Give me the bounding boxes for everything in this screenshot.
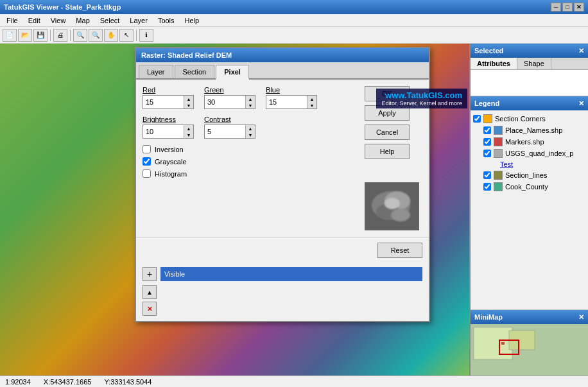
- status-x: X:543437.1665: [44, 378, 92, 386]
- menu-file[interactable]: File: [3, 15, 22, 26]
- dialog-title-text: Raster: Shaded Relief DEM: [141, 51, 232, 59]
- brightness-contrast-row: Brightness ▲ ▼ Contrast: [143, 116, 358, 139]
- contrast-spin-up[interactable]: ▲: [246, 125, 255, 132]
- green-spin-up[interactable]: ▲: [246, 96, 255, 102]
- menu-map[interactable]: Map: [72, 15, 93, 26]
- selected-content: [471, 70, 588, 96]
- layer-ctrl-row-1: ▲: [143, 285, 422, 299]
- list-item: USGS_quad_index_p: [481, 148, 588, 159]
- blue-spin-up[interactable]: ▲: [307, 96, 316, 102]
- menu-select[interactable]: Select: [96, 15, 124, 26]
- brightness-spin-up[interactable]: ▲: [184, 125, 193, 132]
- contrast-spin: ▲ ▼: [245, 125, 255, 138]
- green-field-group: Green ▲ ▼: [204, 86, 255, 109]
- legend-section-corners-label: Section Corners: [495, 115, 546, 123]
- legend-section: Legend ✕ Section Corners Place_Names.shp…: [471, 96, 588, 309]
- legend-place-names-checkbox[interactable]: [483, 126, 491, 134]
- legend-section-corners-color: [483, 114, 492, 123]
- dialog-tab-section[interactable]: Section: [175, 65, 215, 78]
- legend-section-lines-checkbox[interactable]: [483, 171, 491, 179]
- toolbar-zoom-out[interactable]: 🔍: [89, 29, 103, 42]
- legend-markers-checkbox[interactable]: [483, 138, 491, 146]
- toolbar-identify[interactable]: ℹ: [139, 29, 153, 42]
- layer-remove-button[interactable]: ✕: [143, 302, 157, 316]
- contrast-input[interactable]: [205, 126, 245, 137]
- add-layer-button[interactable]: +: [143, 267, 157, 281]
- red-input[interactable]: [143, 97, 184, 107]
- legend-usgs-checkbox[interactable]: [483, 150, 491, 157]
- reset-button[interactable]: Reset: [377, 243, 422, 258]
- brightness-label: Brightness: [143, 116, 194, 123]
- red-label: Red: [143, 86, 194, 94]
- red-spin-up[interactable]: ▲: [184, 96, 193, 102]
- toolbar-print[interactable]: 🖨: [53, 29, 67, 42]
- selected-tab-attributes[interactable]: Attributes: [471, 58, 517, 69]
- brightness-field-group: Brightness ▲ ▼: [143, 116, 194, 139]
- legend-usgs-label: USGS_quad_index_p: [505, 150, 573, 157]
- green-input[interactable]: [205, 97, 245, 107]
- menu-help[interactable]: Help: [181, 15, 203, 26]
- legend-header: Legend ✕: [471, 96, 588, 110]
- legend-usgs-color: [494, 149, 503, 158]
- toolbar-pan[interactable]: ✋: [104, 29, 118, 42]
- menu-edit[interactable]: Edit: [24, 15, 44, 26]
- brightness-spin: ▲ ▼: [184, 125, 193, 138]
- inversion-checkbox[interactable]: [143, 145, 151, 153]
- dialog-tabs: Layer Section Pixel: [136, 62, 429, 80]
- green-spin-down[interactable]: ▼: [246, 102, 255, 108]
- help-button[interactable]: Help: [365, 144, 410, 159]
- brightness-spin-down[interactable]: ▼: [184, 132, 193, 138]
- layer-action-controls: ▲ ✕: [143, 285, 422, 316]
- selected-section: Selected ✕ Attributes Shape: [471, 44, 588, 96]
- minimize-button[interactable]: ─: [551, 3, 561, 12]
- close-window-button[interactable]: ✕: [574, 3, 584, 12]
- legend-place-names-color: [494, 126, 503, 135]
- histogram-checkbox[interactable]: [143, 169, 151, 178]
- cancel-button[interactable]: Cancel: [365, 125, 410, 140]
- brightness-input-wrap: ▲ ▼: [143, 125, 194, 139]
- app-title: TatukGIS Viewer - State_Park.ttkgp: [4, 3, 121, 11]
- toolbar-save[interactable]: 💾: [33, 29, 48, 42]
- menu-view[interactable]: View: [47, 15, 70, 26]
- legend-cook-county-label: Cook_County: [505, 183, 548, 191]
- grayscale-row: Grayscale: [143, 157, 358, 166]
- legend-cook-county-checkbox[interactable]: [483, 183, 491, 191]
- menu-layer[interactable]: Layer: [126, 15, 151, 26]
- toolbar-open[interactable]: 📂: [18, 29, 32, 42]
- dialog-tab-layer[interactable]: Layer: [139, 65, 173, 78]
- brightness-input[interactable]: [143, 126, 184, 137]
- selected-close-icon[interactable]: ✕: [578, 47, 584, 55]
- blue-input[interactable]: [266, 97, 307, 107]
- list-item: Test: [481, 159, 588, 169]
- layer-move-up-button[interactable]: ▲: [143, 285, 157, 299]
- toolbar-zoom-in[interactable]: 🔍: [73, 29, 87, 42]
- toolbar-select[interactable]: ↖: [119, 29, 134, 42]
- grayscale-label: Grayscale: [155, 158, 187, 166]
- maximize-button[interactable]: □: [562, 3, 573, 12]
- status-y: Y:333143.5044: [104, 378, 151, 386]
- legend-section-corners-checkbox[interactable]: [473, 115, 481, 123]
- selected-tabs: Attributes Shape: [471, 58, 588, 70]
- dialog-bottom-section: + Visible ▲ ✕: [136, 263, 429, 321]
- selected-tab-shape[interactable]: Shape: [517, 58, 551, 69]
- window-controls: ─ □ ✕: [551, 3, 584, 12]
- menu-tools[interactable]: Tools: [154, 15, 178, 26]
- contrast-field-group: Contrast ▲ ▼: [204, 116, 255, 139]
- grayscale-checkbox[interactable]: [143, 157, 151, 166]
- blue-spin-down[interactable]: ▼: [307, 102, 316, 108]
- blue-spin: ▲ ▼: [307, 96, 316, 108]
- toolbar-sep-3: [136, 30, 137, 41]
- dialog-tab-pixel[interactable]: Pixel: [216, 65, 249, 80]
- contrast-spin-down[interactable]: ▼: [246, 132, 255, 138]
- legend-close-icon[interactable]: ✕: [578, 99, 584, 108]
- red-spin-down[interactable]: ▼: [184, 102, 193, 108]
- svg-rect-10: [501, 342, 505, 345]
- legend-title: Legend: [474, 99, 499, 107]
- minimap-close-icon[interactable]: ✕: [578, 313, 584, 322]
- toolbar-new[interactable]: 📄: [3, 29, 17, 42]
- legend-section-lines-color: [494, 171, 503, 180]
- red-field-group: Red ▲ ▼: [143, 86, 194, 109]
- layer-list-visible[interactable]: Visible: [160, 267, 422, 281]
- legend-body: Section Corners Place_Names.shp Markers.…: [471, 110, 588, 195]
- legend-test-label: Test: [500, 160, 513, 168]
